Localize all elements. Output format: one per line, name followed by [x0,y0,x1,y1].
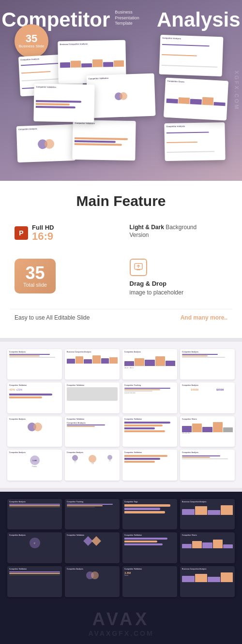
hero-slides-preview: Competitor Analysis Business Competitor … [10,36,232,166]
hero-subtitle-template: Template [115,21,133,27]
dark-slide-4: Business Competitor Analysis [180,499,235,530]
dark-slide-8: Competitor Charts [180,532,235,563]
light-slide-7: Competitor Tracking 100 200 300 400 [122,382,177,413]
slide-count-label: Total slide [23,282,47,288]
drag-drop-icon [130,259,147,276]
editable-label: Easy to use All Editable Slide [15,314,90,321]
hero-slide-8: Competitor Validation [72,120,136,161]
features-section: Main Feature P Full HD 16:9 Light & Dark… [0,181,242,338]
features-title: Main Feature [10,193,232,209]
features-bottom: Easy to use All Editable Slide And many … [10,309,232,326]
fullhd-ratio: 16:9 [32,231,54,242]
light-slide-16: Competitor Analysis [180,450,235,481]
hero-slide-3: Competitor Analysis [159,35,224,76]
dark-slide-6: Competitor Validation [65,532,120,563]
light-slide-4: Competitor Analysis [180,349,235,380]
feature-fullhd: P Full HD 16:9 [10,219,118,247]
avax-watermark: AVAX [7,609,235,629]
features-grid: P Full HD 16:9 Light & Dark BackgroundVe… [10,219,232,302]
light-slide-10: Competitor Validation Competitor Analysi… [65,416,120,447]
light-slide-1: Competitor Analysis [7,349,62,380]
hero-slide-6: Competitor Charts [164,78,228,121]
svg-rect-1 [136,269,140,270]
lightdark-desc: Light & Dark BackgroundVersion [130,224,197,239]
feature-lightdark: Light & Dark BackgroundVersion [125,219,233,247]
avaxgfx-watermark: AVAXGFX.COM [7,629,235,637]
hero-slide-9: Competitor Analysis [164,122,225,161]
light-slides-section: Competitor Analysis Business Competitor … [0,342,242,488]
slide-8-label: Competitor Validation [75,122,134,125]
dark-slide-7: Competitor Validation [122,532,177,563]
dark-slide-2: Competitor Tracking [65,499,120,530]
light-slide-3: Competitor Analysis 15.9 20.1 [122,349,177,380]
hero-section: 35 Business Slide Competitor Business Pr… [0,0,242,181]
dark-slide-11: Competitor Validation 3.8M Factor [122,566,177,597]
section-divider-1 [0,338,242,342]
dark-slide-9: Competitor Validation [7,566,62,597]
slide-count-number: 35 [25,264,45,282]
badge-number: 35 [26,33,37,44]
hero-title-competitor: Competitor [1,10,110,30]
section-divider-2 [0,488,242,492]
dark-slide-1: Competitor Analysis [7,499,62,530]
hero-slide-5: Competitor Validation [87,73,156,118]
powerpoint-icon: P [15,226,28,240]
dark-slide-3: Competitor Tags [122,499,177,530]
light-slide-9: Competitor Analysis [7,416,62,447]
light-slide-15: Competitor Validation [122,450,177,481]
slide-count-box: 35 Total slide [15,259,56,293]
slide-count-badge: 35 Business Slide [15,24,48,58]
light-slide-6: Competitor Validation [65,382,120,413]
dark-slide-12: Business Competitor Analysis [180,566,235,597]
slide-4-label: Competitor Validation [36,86,93,89]
hero-subtitle-presentation: Presentation [115,15,139,21]
drag-drop-label: Drag & Drop [130,280,167,287]
feature-slidecount: 35 Total slide [10,254,118,302]
hero-slide-7: Competitor Analysis [16,124,76,162]
light-slide-8: Competitor Analysis $450M $650M [180,382,235,413]
feature-dragdrop: Drag & Drop image to placeholder [125,254,233,302]
xgfx-watermark: XGFX.COM [234,71,240,111]
light-slide-12: Competitor Charts 300 440 362 [180,416,235,447]
badge-text: Business Slide [19,44,44,49]
light-slide-13: Competitor Analysis 3.8M Factor [7,450,62,481]
hero-slide-4: Competitor Validation [33,84,94,122]
dark-slide-5: Competitor Analysis C [7,532,62,563]
hero-title-analysis: Analysis [157,10,241,30]
slide-9-label: Competitor Analysis [166,124,223,128]
dark-slides-section: Competitor Analysis Competitor Tracking … [0,492,242,644]
more-label: And many more.. [181,314,227,321]
dark-slide-10: Competitor Analysis [65,566,120,597]
hero-subtitle-business: Business [115,10,133,15]
hero-subtitle-col: Business Presentation Template [115,10,139,27]
light-slide-11: Competitor Validation [122,416,177,447]
light-slides-grid: Competitor Analysis Business Competitor … [7,349,235,481]
light-slide-5: Competitor Validation 43% +21% [7,382,62,413]
slide-2-label: Business Competitor Analysis [60,42,123,45]
drag-drop-desc: image to placeholder [130,289,183,296]
light-slide-2: Business Competitor Analysis [65,349,120,380]
hero-title-row: Competitor Business Presentation Templat… [10,10,232,30]
light-slide-14: Competitor Analysis C1 C2 C3 [65,450,120,481]
dark-slides-grid: Competitor Analysis Competitor Tracking … [7,499,235,597]
